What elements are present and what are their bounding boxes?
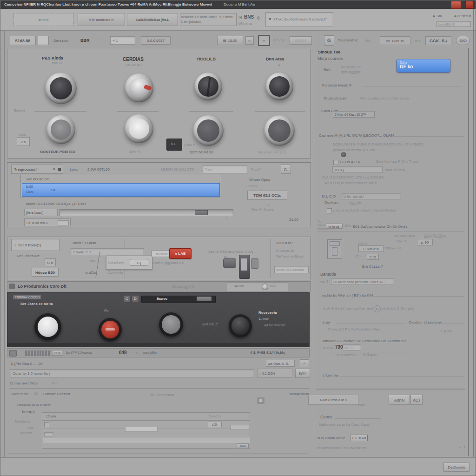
toolbar-mode-group[interactable]: 6i nondia:T ℗.oodh.Cowg F ½ ·Pwthou L tw… (180, 13, 237, 26)
sb-box-a[interactable]: C Ivca c1a (358, 245, 383, 252)
row2-input[interactable]: Cotar tw 1.0 tamwrtia ) (10, 369, 254, 377)
g-button[interactable]: G (324, 35, 334, 46)
row2-button[interactable]: BW/4 (295, 369, 310, 378)
layers-button[interactable]: ≡ (258, 35, 270, 46)
hw-button-cap (162, 315, 180, 334)
knob-1-1[interactable] (45, 73, 77, 104)
row2-box[interactable]: ⌂0.1 DCN (257, 369, 292, 378)
cd-icon-d[interactable]: D (132, 296, 139, 302)
freq-c-button[interactable]: C. (281, 165, 291, 174)
device-b2: Com A4o (108, 271, 123, 275)
freq-selected-row[interactable]: N.00 Lilwtc · Ga (22, 183, 220, 197)
sb-p4: We o r Oc) tu rtcxeberosnd rrt nde b (324, 181, 377, 185)
device-right-input[interactable]: lncutc Its Lolacsnat (274, 266, 309, 273)
sb-cance[interactable]: Cance (320, 415, 332, 419)
sb-n-input[interactable]: twv 19 (343, 344, 361, 350)
device-panel: aSer 9 Radv(1) Der. 9'5ebuve C 6 Hdoco B… (7, 237, 311, 280)
opw-button[interactable]: OPw (52, 350, 62, 356)
device-tab[interactable]: aSer 9 Radv(1) (11, 239, 60, 251)
corner-grid-icon[interactable]: ▦ (257, 397, 264, 404)
sb-knob-dot[interactable] (341, 152, 346, 157)
minimize-button[interactable] (451, 1, 461, 9)
knob-2-1[interactable] (46, 115, 75, 144)
knob-2-3[interactable] (193, 115, 224, 146)
ghost-button[interactable]: 9S/9Z/4 (290, 36, 312, 45)
code-box: 0.0.0.0057 (141, 36, 171, 45)
knob-1-4[interactable] (265, 73, 293, 100)
freq-header-input[interactable]: Trwrn (203, 165, 247, 173)
destination-button[interactable]: Detthorytn (443, 463, 469, 472)
grid-dropdown[interactable] (231, 425, 249, 430)
timeline-bar[interactable] (125, 427, 158, 432)
sb-box-c[interactable]: C.IO (367, 254, 379, 260)
pin-icon[interactable]: ¶ (463, 445, 465, 450)
status-icon[interactable] (9, 350, 17, 357)
overlay-label: Lowwd awd (108, 261, 124, 264)
row1-icon-button[interactable]: ⌐ (300, 359, 309, 367)
ok-button[interactable]: oC) (410, 395, 423, 405)
sb-box-b[interactable]: p. 1G (417, 239, 433, 245)
divider (255, 111, 305, 112)
sb-dont-value[interactable]: wst nrte (350, 201, 361, 205)
primary-blue-button[interactable]: Ddna GF ko (397, 59, 450, 73)
sb-note1: tne demtae ad (341, 66, 361, 69)
hw-a-label: A₄ (104, 308, 109, 312)
divider (323, 352, 409, 352)
hw-slider-handle[interactable] (197, 297, 212, 301)
mod-box[interactable]: Fa. N od low C (24, 218, 71, 226)
sb-p11-button[interactable]: 1: u. tLwd (350, 435, 368, 441)
toolbar-vw-button[interactable]: VW amdnout K (78, 13, 125, 26)
power-icon[interactable]: ⏻ (257, 16, 260, 21)
new-button[interactable]: ln.lt n; (13, 13, 74, 26)
grid-checkbox[interactable] (44, 422, 49, 427)
toolbar-right-input[interactable]: krxtr(9E(h/9) (436, 21, 471, 27)
knob-1-2[interactable] (125, 73, 153, 102)
toggle-knob-icon[interactable] (262, 284, 268, 290)
slider-thumb[interactable] (195, 210, 208, 215)
hw-button-white[interactable] (34, 313, 61, 340)
magnifier-icon[interactable]: ⌕ (459, 445, 461, 450)
hw-button-red[interactable] (99, 318, 122, 341)
sb-checkbox1[interactable] (333, 160, 338, 165)
section-bar-segment[interactable]: u4 B€0 trwn (227, 282, 288, 291)
cd-icon-c[interactable]: C (124, 296, 130, 302)
global-search-input[interactable]: ✕ XT.nxc dou Gurh nectoo 0.ecmen(,X° (265, 12, 333, 27)
hw-knob-dark[interactable] (229, 314, 252, 337)
sb-covd-box[interactable]: 2 Nntr 64 Kezt 10 2™ (333, 111, 375, 118)
sb-input1[interactable]: B.CL] (332, 166, 383, 173)
mod-box-label: Fa. N od low C (26, 221, 48, 225)
grid-small-input[interactable] (44, 432, 53, 436)
sb-ban-input[interactable]: C0 As ex oooo (mnnonn / 9eu:5 1/C (331, 278, 394, 285)
row1-dropdown[interactable]: wis Own. A. B. (266, 360, 295, 367)
sb-m-input[interactable]: Lt tur .twu wt.r (342, 193, 401, 199)
divider (335, 418, 381, 419)
freq-slider[interactable] (60, 209, 233, 216)
time-button[interactable]: ▦15:20 (217, 36, 243, 45)
sb-mini-button[interactable]: tw fu da- (326, 224, 343, 229)
mini-display[interactable]: 6.1 (166, 139, 182, 151)
apply-button[interactable]: AonN (389, 395, 410, 405)
device-mid-input[interactable]: 2 Swde: 9: 7 (71, 248, 144, 255)
reset-button[interactable]: R&dt u drda o.or o (308, 395, 358, 405)
kill-button[interactable]: e LAE (169, 248, 192, 259)
spin-input[interactable]: + 1 (110, 36, 135, 45)
device-b1: b.dOa( (86, 271, 97, 275)
sb-row2b: Aduro outez wd t cd 2w tea-ry (360, 96, 409, 100)
tavu-button[interactable]: Tavu (237, 443, 249, 448)
toolbar-lagr-button[interactable]: LaGr20 bMcB.cu (Mo.L (127, 13, 178, 26)
sb-checkbox2[interactable] (327, 208, 332, 213)
knob-1-3[interactable] (194, 73, 222, 100)
overlay-toggle[interactable]: C.] (130, 259, 148, 266)
hw-button-gray[interactable] (159, 312, 183, 337)
close-button[interactable] (465, 1, 473, 9)
under-red-label: Lcoth ru pgyomet O c (152, 261, 184, 264)
small-mode-button[interactable]: m (245, 36, 254, 45)
sidebar-dropdown[interactable]: GGK₁ 5-▾ (425, 36, 451, 45)
sb-p6-icon[interactable]: G (374, 305, 381, 312)
s9o-button[interactable]: S9O (456, 36, 470, 45)
toggle-button[interactable] (38, 36, 49, 45)
hw-slider[interactable]: Bawoo (141, 296, 216, 303)
knob-2-2[interactable] (125, 114, 153, 143)
freq-header-box[interactable]: ?requoucuo! – ≡ ▦ (11, 165, 63, 174)
knob-2-4[interactable] (264, 115, 295, 146)
